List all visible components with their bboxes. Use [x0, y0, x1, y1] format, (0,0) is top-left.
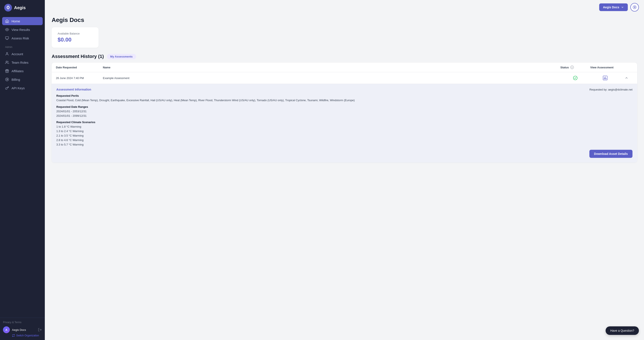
requested-by: Requested by: aegis@dclimate.net	[589, 88, 632, 91]
page-title: Aegis Docs	[52, 17, 637, 23]
balance-amount: $0.00	[58, 36, 92, 43]
sidebar-item-affiliates-label: Affiliates	[12, 69, 24, 73]
sidebar-item-assess-risk-label: Assess Risk	[12, 36, 29, 40]
svg-point-6	[6, 61, 7, 62]
logo-icon	[4, 4, 12, 11]
sidebar-item-team-roles-label: Team Roles	[12, 61, 28, 64]
date-range-1: 2024/01/01 - 2053/12/31	[56, 109, 632, 114]
privacy-terms[interactable]: Privacy & Terms	[3, 321, 42, 324]
row-status	[560, 76, 590, 80]
sidebar-item-home[interactable]: Home	[2, 17, 43, 25]
col-header-view: View Assessment	[590, 66, 620, 69]
user-name: Aegis Docs	[12, 328, 36, 332]
date-range-2: 2024/01/01 - 2099/12/31	[56, 114, 632, 118]
detail-header-row: Assessment Information Requested by: aeg…	[56, 88, 632, 91]
balance-label: Available Balance	[58, 32, 92, 35]
user-icon	[5, 52, 9, 56]
main-content: Aegis Docs Aegis Docs Available Balance …	[45, 0, 644, 340]
table-header: Date Requested Name Status i View Assess…	[52, 63, 637, 72]
org-button-label: Aegis Docs	[603, 5, 619, 9]
avatar: A	[3, 326, 10, 333]
assessment-section-title: Assessment History (1)	[52, 54, 104, 59]
dollar-circle-icon	[633, 5, 636, 9]
topbar: Aegis Docs	[45, 0, 644, 14]
sidebar-item-assess-risk[interactable]: Assess Risk	[2, 34, 43, 42]
climate-scenarios-title: Requested Climate Scenarios	[56, 121, 632, 124]
users-icon	[5, 60, 9, 64]
monitor-icon	[5, 36, 9, 40]
switch-org-label: Switch Organization	[16, 334, 39, 337]
row-collapse-icon[interactable]	[620, 76, 633, 80]
my-assessments-button[interactable]: My Assessments	[107, 54, 136, 59]
sidebar-item-billing-label: Billing	[12, 78, 20, 81]
status-info-icon: i	[570, 66, 574, 69]
svg-point-1	[6, 29, 8, 30]
sidebar: Aegis Home View Results Assess Risk Admi…	[0, 0, 45, 340]
key-icon	[5, 86, 9, 90]
scenario-2: 1.3 to 2.4 °C Warming	[56, 129, 632, 134]
scenario-4: 2.8 to 4.6 °C Warming	[56, 138, 632, 143]
sidebar-item-home-label: Home	[12, 19, 20, 23]
row-name: Example Assessment	[103, 76, 560, 80]
assessment-info-label[interactable]: Assessment Information	[56, 88, 91, 91]
sidebar-item-billing[interactable]: Billing	[2, 75, 43, 84]
sidebar-item-affiliates[interactable]: Affiliates	[2, 67, 43, 75]
switch-organization[interactable]: Switch Organization	[3, 334, 42, 337]
bar-chart-icon	[602, 75, 608, 81]
balance-icon-button[interactable]	[630, 3, 639, 11]
have-a-question-button[interactable]: Have a Question?	[606, 326, 639, 335]
user-row: A Aegis Docs	[3, 326, 42, 333]
sidebar-item-api-keys-label: API Keys	[12, 86, 25, 90]
content-area: Aegis Docs Available Balance $0.00 Asses…	[45, 14, 644, 169]
sidebar-item-api-keys[interactable]: API Keys	[2, 84, 43, 92]
row-view-icon[interactable]	[590, 75, 620, 81]
table-row: 26 June 2024 7:40 PM Example Assessment	[52, 72, 637, 84]
assessment-section-header: Assessment History (1) My Assessments	[52, 54, 637, 59]
sidebar-item-account[interactable]: Account	[2, 50, 43, 58]
perils-value: Coastal Flood, Cold (Mean Temp), Drought…	[56, 98, 632, 103]
sidebar-item-view-results[interactable]: View Results	[2, 25, 43, 34]
svg-rect-2	[6, 37, 9, 39]
climate-scenarios-section: Requested Climate Scenarios 1 to 1.8 °C …	[56, 121, 632, 147]
chevron-up-icon	[624, 76, 628, 80]
logo: Aegis	[0, 0, 45, 15]
logo-text: Aegis	[14, 5, 26, 10]
dollar-icon	[5, 78, 9, 81]
scenario-3: 2.1 to 3.5 °C Warming	[56, 134, 632, 138]
svg-point-14	[573, 76, 577, 80]
sidebar-item-team-roles[interactable]: Team Roles	[2, 58, 43, 66]
col-header-name: Name	[103, 66, 560, 69]
gift-icon	[5, 69, 9, 73]
col-header-date: Date Requested	[56, 66, 103, 69]
logout-icon[interactable]	[38, 328, 42, 332]
balance-card: Available Balance $0.00	[52, 27, 98, 48]
status-ok-icon	[573, 76, 578, 80]
assessment-table: Date Requested Name Status i View Assess…	[52, 63, 637, 163]
svg-point-5	[6, 52, 8, 54]
col-header-expand	[620, 66, 633, 69]
org-dropdown-button[interactable]: Aegis Docs	[599, 3, 628, 11]
sidebar-footer: Privacy & Terms A Aegis Docs Switch Orga…	[0, 318, 45, 340]
eye-icon	[5, 28, 9, 31]
admin-label: Admin	[2, 43, 43, 49]
perils-section: Requested Perils Coastal Flood, Cold (Me…	[56, 94, 632, 103]
date-ranges-title: Requested Date Ranges	[56, 105, 632, 108]
scenario-1: 1 to 1.8 °C Warming	[56, 125, 632, 129]
sidebar-nav: Home View Results Assess Risk Admin Acco…	[0, 15, 45, 318]
switch-org-icon	[12, 334, 15, 337]
assessment-detail: Assessment Information Requested by: aeg…	[52, 84, 637, 163]
col-header-status: Status i	[560, 66, 590, 69]
download-section: Download Asset Details	[56, 150, 632, 158]
download-asset-details-button[interactable]: Download Asset Details	[589, 150, 632, 158]
row-date: 26 June 2024 7:40 PM	[56, 76, 103, 80]
home-icon	[5, 19, 9, 23]
sidebar-item-view-results-label: View Results	[12, 28, 30, 31]
sidebar-item-account-label: Account	[12, 52, 23, 56]
chevron-down-icon	[621, 6, 624, 9]
date-ranges-section: Requested Date Ranges 2024/01/01 - 2053/…	[56, 105, 632, 118]
perils-title: Requested Perils	[56, 94, 632, 97]
scenario-5: 3.3 to 5.7 °C Warming	[56, 143, 632, 147]
